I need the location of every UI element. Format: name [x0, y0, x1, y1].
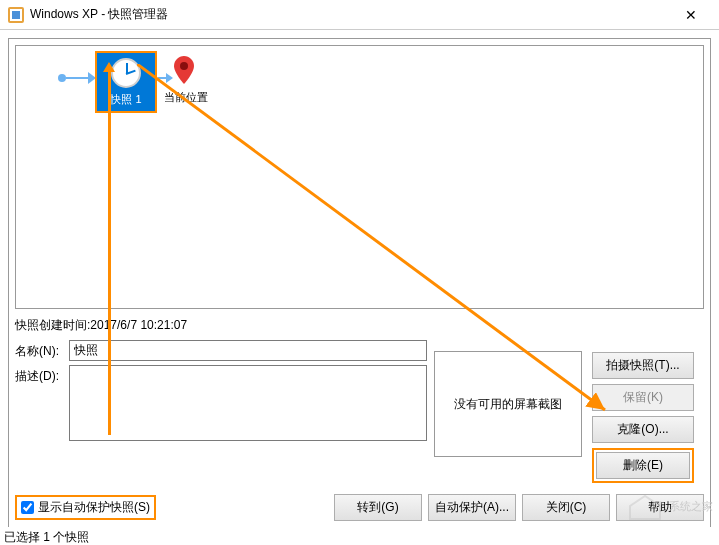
- goto-button[interactable]: 转到(G): [334, 494, 422, 521]
- name-input[interactable]: [69, 340, 427, 361]
- timeline-connector: [66, 77, 90, 79]
- timeline-arrow-icon: [158, 74, 172, 82]
- close-button[interactable]: ✕: [671, 1, 711, 29]
- timeline-arrow-icon: [88, 72, 96, 84]
- description-label: 描述(D):: [15, 365, 69, 385]
- window-title: Windows XP - 快照管理器: [30, 6, 671, 23]
- main-panel: 快照 1 当前位置 快照创建时间:2017/6/7 10:21:07 名称(N)…: [8, 38, 711, 528]
- annotation-highlight: 删除(E): [592, 448, 694, 483]
- delete-button[interactable]: 删除(E): [596, 452, 690, 479]
- location-pin-icon: [174, 56, 194, 84]
- keep-button[interactable]: 保留(K): [592, 384, 694, 411]
- titlebar: Windows XP - 快照管理器 ✕: [0, 0, 719, 30]
- name-label: 名称(N):: [15, 340, 69, 360]
- description-input[interactable]: [69, 365, 427, 441]
- take-snapshot-button[interactable]: 拍摄快照(T)...: [592, 352, 694, 379]
- clone-button[interactable]: 克隆(O)...: [592, 416, 694, 443]
- screenshot-preview: 没有可用的屏幕截图: [434, 351, 582, 457]
- timeline-start-dot: [58, 74, 66, 82]
- close-dialog-button[interactable]: 关闭(C): [522, 494, 610, 521]
- status-bar: 已选择 1 个快照: [0, 527, 719, 545]
- created-time-label: 快照创建时间: [15, 318, 87, 332]
- snapshot-clock-icon: [111, 58, 141, 88]
- current-position-label: 当前位置: [164, 90, 208, 105]
- help-button[interactable]: 帮助: [616, 494, 704, 521]
- checkbox-label: 显示自动保护快照(S): [38, 499, 150, 516]
- autoprotect-button[interactable]: 自动保护(A)...: [428, 494, 516, 521]
- no-screenshot-text: 没有可用的屏幕截图: [454, 396, 562, 413]
- bottom-bar: 显示自动保护快照(S) 转到(G) 自动保护(A)... 关闭(C) 帮助: [15, 494, 704, 521]
- checkbox-input[interactable]: [21, 501, 34, 514]
- snapshot-label: 快照 1: [110, 92, 141, 107]
- created-time-value: 2017/6/7 10:21:07: [90, 318, 187, 332]
- svg-point-0: [180, 62, 188, 70]
- snapshot-node[interactable]: 快照 1: [96, 52, 156, 112]
- vmware-icon: [8, 7, 24, 23]
- show-autoprotect-checkbox[interactable]: 显示自动保护快照(S): [15, 495, 156, 520]
- current-position-pin[interactable]: [174, 56, 194, 84]
- action-buttons: 拍摄快照(T)... 保留(K) 克隆(O)... 删除(E): [592, 352, 694, 483]
- created-time-line: 快照创建时间:2017/6/7 10:21:07: [15, 315, 704, 340]
- snapshot-timeline[interactable]: 快照 1 当前位置: [15, 45, 704, 309]
